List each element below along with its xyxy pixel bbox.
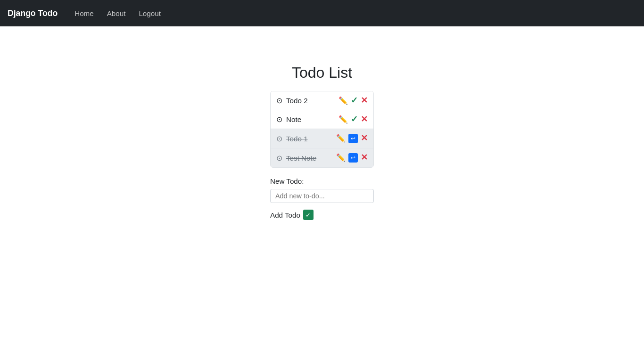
delete-icon: ✕ (361, 133, 368, 143)
new-todo-label: New Todo: (270, 177, 374, 185)
brand-link[interactable]: Django Todo (8, 8, 58, 18)
home-link[interactable]: Home (69, 7, 99, 20)
logout-link[interactable]: Logout (133, 7, 166, 20)
delete-icon: ✕ (361, 114, 368, 124)
todo-actions: ✏️✓✕ (339, 97, 368, 105)
undo-icon: ↩ (348, 134, 358, 143)
edit-button[interactable]: ✏️ (339, 97, 348, 105)
pencil-icon: ✏️ (339, 97, 348, 105)
todo-label: Todo 1 (286, 135, 332, 143)
radio-icon: ⊙ (276, 115, 282, 124)
todo-item: ⊙Test Note✏️↩✕ (271, 148, 373, 167)
add-todo-button[interactable]: Add Todo ✓ (270, 210, 314, 220)
todo-item: ⊙Todo 1✏️↩✕ (271, 129, 373, 148)
page-title: Todo List (292, 64, 352, 81)
pencil-icon: ✏️ (336, 154, 346, 162)
todo-label: Test Note (286, 154, 332, 162)
undo-button[interactable]: ↩ (348, 134, 358, 143)
edit-button[interactable]: ✏️ (336, 135, 346, 142)
main-content: Todo List ⊙Todo 2✏️✓✕⊙Note✏️✓✕⊙Todo 1✏️↩… (0, 26, 644, 220)
todo-label: Note (286, 115, 335, 123)
todo-item: ⊙Note✏️✓✕ (271, 110, 373, 129)
add-todo-label: Add Todo (270, 211, 300, 219)
edit-button[interactable]: ✏️ (336, 154, 346, 162)
delete-button[interactable]: ✕ (361, 115, 368, 124)
complete-button[interactable]: ✓ (351, 115, 358, 124)
pencil-icon: ✏️ (339, 115, 348, 123)
todo-actions: ✏️✓✕ (339, 115, 368, 124)
undo-button[interactable]: ↩ (348, 153, 358, 163)
radio-icon: ⊙ (276, 96, 282, 105)
todo-actions: ✏️↩✕ (336, 153, 368, 163)
complete-button[interactable]: ✓ (351, 97, 358, 105)
todo-actions: ✏️↩✕ (336, 134, 368, 143)
add-todo-check-icon: ✓ (303, 210, 314, 220)
new-todo-input[interactable] (270, 189, 374, 203)
about-link[interactable]: About (101, 7, 132, 20)
pencil-icon: ✏️ (336, 134, 346, 142)
radio-icon: ⊙ (276, 134, 282, 143)
undo-icon: ↩ (348, 153, 358, 163)
new-todo-section: New Todo: Add Todo ✓ (270, 177, 374, 220)
todo-item: ⊙Todo 2✏️✓✕ (271, 91, 373, 110)
navbar: Django Todo Home About Logout (0, 0, 644, 26)
check-icon: ✓ (351, 96, 358, 105)
todo-label: Todo 2 (286, 97, 335, 105)
check-icon: ✓ (351, 114, 358, 124)
delete-icon: ✕ (361, 153, 368, 162)
edit-button[interactable]: ✏️ (339, 116, 348, 123)
nav-links: Home About Logout (69, 7, 166, 20)
delete-button[interactable]: ✕ (361, 134, 368, 143)
delete-icon: ✕ (361, 96, 368, 105)
radio-icon: ⊙ (276, 154, 282, 163)
delete-button[interactable]: ✕ (361, 154, 368, 162)
delete-button[interactable]: ✕ (361, 97, 368, 105)
todo-list: ⊙Todo 2✏️✓✕⊙Note✏️✓✕⊙Todo 1✏️↩✕⊙Test Not… (270, 91, 374, 168)
